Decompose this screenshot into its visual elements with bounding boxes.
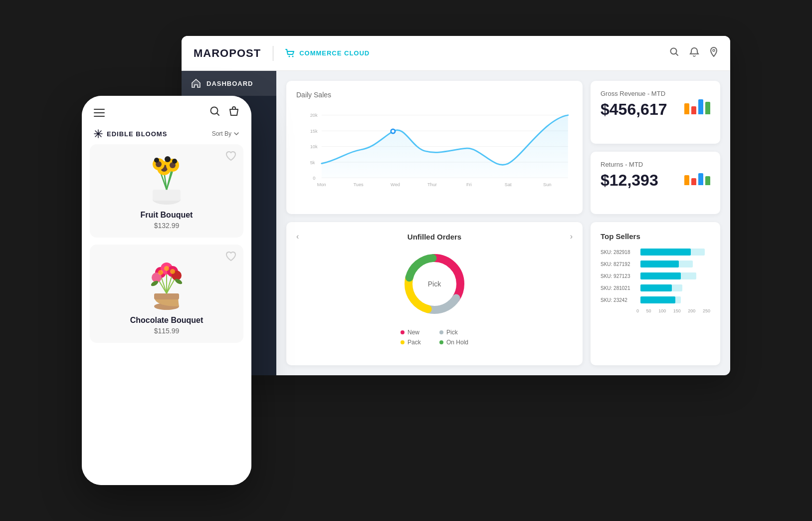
sku-row-4: SKU: 281021 [601,284,710,291]
svg-text:10k: 10k [310,144,318,149]
unfilled-orders-card: ‹ Unfilled Orders › [286,222,583,365]
legend-pack: Pack [401,339,429,346]
mobile-brand-name: EDIBLE BLOOMS [107,130,167,138]
prev-arrow[interactable]: ‹ [296,232,299,241]
bar-container-3 [640,272,710,279]
phone-brand-area: EDIBLE BLOOMS Sort By [82,125,251,144]
bar-container-5 [640,296,710,303]
commerce-cloud-label: COMMERCE CLOUD [299,49,370,57]
revenue-column: Gross Revenue - MTD $456,617 [591,81,720,214]
line-chart-svg: 20k 15k 10k 5k 0 [296,105,573,195]
svg-text:15k: 15k [310,129,318,134]
wishlist-button-choc[interactable] [225,252,236,264]
sku-label-5: SKU: 23242 [601,297,636,303]
svg-text:Thur: Thur [427,182,437,187]
unfilled-orders-title: Unfilled Orders [407,233,461,241]
svg-text:Wed: Wed [391,182,400,187]
bar-primary-2 [640,260,679,267]
svg-point-57 [158,270,163,275]
ret-mini-bar-1 [684,175,689,185]
phone-top-bar [82,96,251,125]
phone-product-list: Fruit Bouquet $132.99 [82,144,251,485]
choc-bouquet-price: $115.99 [98,327,235,335]
fruit-bouquet-price: $132.99 [98,222,235,230]
svg-point-58 [164,266,169,271]
gross-revenue-top: Gross Revenue - MTD $456,617 [601,90,710,119]
daily-sales-card: Daily Sales 20k 15k 10k 5k 0 [286,81,583,214]
desktop-panel: MAROPOST COMMERCE CLOUD [182,36,730,375]
search-icon[interactable] [669,47,679,59]
ret-mini-bar-2 [691,178,696,185]
legend-dot-pick [439,330,443,334]
cart-icon [285,49,295,58]
bar-primary-5 [640,296,675,303]
logo-area: MAROPOST COMMERCE CLOUD [194,46,370,61]
sku-label-1: SKU: 282918 [601,250,636,255]
top-sellers-header: Top Sellers [601,232,710,241]
phone-top-icons [209,106,239,119]
maropost-logo: MAROPOST [194,47,261,60]
legend-label-onhold: On Hold [446,339,468,346]
choc-bouquet-name: Chocolate Bouquet [98,316,235,325]
choc-bouquet-image [98,253,235,310]
sku-row-5: SKU: 23242 [601,296,710,303]
top-sellers-bars: SKU: 282918 SKU: 827192 [601,249,710,313]
returns-mini-chart [684,165,710,185]
phone-bag-icon[interactable] [228,106,239,119]
svg-point-59 [170,269,175,274]
svg-point-40 [165,156,171,162]
phone-screen: EDIBLE BLOOMS Sort By [82,96,251,485]
mini-bar-2 [691,106,696,114]
svg-point-42 [154,158,159,163]
sku-label-2: SKU: 827192 [601,261,636,267]
donut-legend: New Pick Pack On Hold [401,329,468,346]
svg-point-0 [289,55,290,57]
gross-revenue-label: Gross Revenue - MTD [601,90,667,97]
mobile-phone: EDIBLE BLOOMS Sort By [82,96,251,485]
top-bar: MAROPOST COMMERCE CLOUD [182,36,730,71]
next-arrow[interactable]: › [570,232,573,241]
top-sellers-title: Top Sellers [601,232,640,241]
ret-mini-bar-3 [698,173,703,185]
mini-bar-4 [705,102,710,114]
top-sellers-card: Top Sellers SKU: 282918 SKU: 827192 [591,222,720,365]
product-card-fruit[interactable]: Fruit Bouquet $132.99 [90,144,243,238]
svg-point-41 [172,159,177,164]
sort-by-control[interactable]: Sort By [212,130,239,137]
x-axis-150: 150 [673,308,681,313]
bar-container-1 [640,249,710,256]
svg-text:20k: 20k [310,113,318,118]
sidebar-item-dashboard[interactable]: DASHBOARD [182,71,276,96]
mini-bar-3 [698,99,703,114]
svg-text:Sat: Sat [505,182,512,187]
svg-rect-29 [153,190,181,201]
legend-dot-pack [401,340,405,344]
location-icon[interactable] [709,47,718,59]
x-axis-labels: 0 50 100 150 200 250 [601,308,710,313]
hamburger-line-3 [94,116,105,117]
bell-icon[interactable] [689,47,699,59]
chevron-down-icon [233,131,239,137]
bar-container-2 [640,260,710,267]
donut-container: Pick New Pick Pack [296,249,573,346]
returns-amount: $12,393 [601,171,658,190]
legend-dot-new [401,330,405,334]
choc-bouquet-svg [137,253,197,310]
home-icon [192,79,201,88]
unfilled-orders-header: ‹ Unfilled Orders › [296,232,573,241]
wishlist-button-fruit[interactable] [225,151,236,164]
product-card-chocolate[interactable]: Chocolate Bouquet $115.99 [90,245,243,343]
hamburger-menu[interactable] [94,109,105,117]
svg-point-3 [713,49,715,51]
svg-rect-44 [154,293,179,299]
daily-sales-title: Daily Sales [296,91,573,99]
legend-label-pack: Pack [407,339,421,346]
legend-pick: Pick [439,329,468,336]
returns-top: Returns - MTD $12,393 [601,161,710,190]
phone-search-icon[interactable] [209,106,220,119]
x-axis-250: 250 [703,308,710,313]
sku-label-4: SKU: 281021 [601,285,636,291]
bar-primary-3 [640,272,681,279]
hamburger-line-1 [94,109,105,110]
bar-container-4 [640,284,710,291]
